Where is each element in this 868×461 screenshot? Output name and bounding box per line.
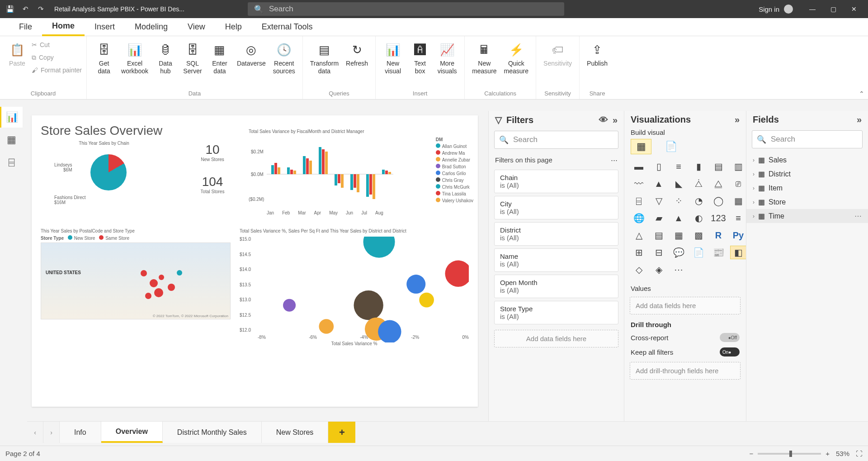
viz-line-clustered[interactable]: ⧋ [710,177,726,190]
refresh-button[interactable]: ↻Refresh [343,40,371,69]
transform-data-button[interactable]: ▤Transform data [307,40,341,77]
tab-insert[interactable]: Insert [85,18,125,36]
viz-pie[interactable]: ◔ [690,194,707,208]
paste-button[interactable]: 📋 Paste [5,40,30,69]
sql-server-button[interactable]: 🗄SQL Server [180,40,205,77]
viz-qa[interactable]: 💬 [670,246,687,259]
more-visuals-button[interactable]: 📈More visuals [434,40,460,77]
prev-page-button[interactable]: ‹ [27,422,43,443]
viz-r[interactable]: R [710,228,726,242]
page-tab-new-stores[interactable]: New Stores [262,422,329,443]
model-view-button[interactable]: ⌸ [0,152,23,173]
sensitivity-button[interactable]: 🏷Sensitivity [541,40,575,69]
viz-ribbon[interactable]: ⎚ [730,177,746,190]
cross-report-toggle[interactable]: ● Off [720,333,740,342]
page-tab-district[interactable]: District Monthly Sales [163,422,262,443]
bar-chart-visual[interactable]: Total Sales Variance by FiscalMonth and … [249,129,469,219]
fit-to-page-button[interactable]: ⛶ [856,450,863,457]
add-page-button[interactable]: + [328,422,355,443]
filters-search[interactable]: 🔍 Search [494,131,618,149]
tab-external-tools[interactable]: External Tools [252,18,323,36]
map-visual[interactable]: This Year Sales by PostalCode and Store … [41,228,231,333]
viz-clustered-column[interactable]: ▮ [690,160,707,173]
viz-power-apps[interactable]: ◧ [730,246,746,259]
zoom-out-button[interactable]: − [749,450,753,457]
recent-sources-button[interactable]: 🕓Recent sources [270,40,298,77]
filters-section-menu-icon[interactable]: ⋯ [611,156,618,164]
tab-home[interactable]: Home [42,18,85,36]
viz-decomposition[interactable]: ⊟ [651,246,667,259]
field-table-store[interactable]: ›▦Store [746,195,868,209]
viz-area[interactable]: ▲ [651,177,667,190]
viz-matrix[interactable]: ▩ [690,228,707,242]
zoom-in-button[interactable]: + [826,450,830,457]
collapse-viz-icon[interactable]: » [735,114,740,125]
viz-funnel[interactable]: ▽ [651,194,667,208]
format-painter-button[interactable]: 🖌Format painter [32,65,82,75]
tab-help[interactable]: Help [215,18,252,36]
viz-card[interactable]: 123 [710,211,726,225]
viz-custom2[interactable]: ◈ [651,263,667,276]
get-data-button[interactable]: 🗄Get data [91,40,117,77]
text-box-button[interactable]: 🅰Text box [407,40,433,77]
viz-line[interactable]: 〰 [631,177,647,190]
more-icon[interactable]: ⋯ [854,212,862,220]
new-visual-button[interactable]: 📊New visual [380,40,406,77]
viz-filled-map[interactable]: ▰ [651,211,667,225]
viz-more[interactable]: ⋯ [670,263,687,276]
viz-custom1[interactable]: ◇ [631,263,647,276]
filter-card-open-month[interactable]: Open Monthis (All) [494,275,618,298]
save-icon[interactable]: 💾 [4,3,16,15]
page-tab-info[interactable]: Info [60,422,101,443]
viz-stacked-area[interactable]: ◣ [670,177,687,190]
viz-kpi[interactable]: △ [631,228,647,242]
dataverse-button[interactable]: ◎Dataverse [234,40,269,69]
viz-line-stacked[interactable]: ⧊ [690,177,707,190]
viz-donut[interactable]: ◯ [710,194,726,208]
copy-button[interactable]: ⧉Copy [32,52,82,62]
publish-button[interactable]: ⇪Publish [584,40,610,69]
filter-card-name[interactable]: Nameis (All) [494,248,618,272]
keep-filters-toggle[interactable]: On ● [720,347,740,356]
title-search-box[interactable]: 🔍 Search [248,2,564,16]
excel-button[interactable]: 📊Excel workbook [118,40,151,77]
viz-narrative[interactable]: 📄 [690,246,707,259]
data-view-button[interactable]: ▦ [0,129,23,150]
pie-chart[interactable] [90,154,127,190]
viz-clustered-bar[interactable]: ≡ [670,160,687,173]
minimize-button[interactable]: — [802,0,823,18]
viz-waterfall[interactable]: ⌸ [631,194,647,208]
tab-file[interactable]: File [9,18,42,36]
viz-slicer[interactable]: ▤ [651,228,667,242]
redo-icon[interactable]: ↷ [34,3,47,15]
viz-scatter[interactable]: ⁘ [670,194,687,208]
filters-drop-zone[interactable]: Add data fields here [494,330,618,347]
new-measure-button[interactable]: 🖩New measure [469,40,499,77]
collapse-ribbon-icon[interactable]: ⌃ [859,90,864,97]
filter-card-city[interactable]: Cityis (All) [494,196,618,219]
enter-data-button[interactable]: ▦Enter data [207,40,232,77]
scatter-visual[interactable]: Total Sales Variance %, Sales Per Sq Ft … [240,228,469,346]
next-page-button[interactable]: › [43,422,60,443]
filter-card-district[interactable]: Districtis (All) [494,222,618,246]
viz-100-bar[interactable]: ▤ [710,160,726,173]
values-drop-zone[interactable]: Add data fields here [630,297,741,314]
undo-icon[interactable]: ↶ [19,3,32,15]
zoom-slider[interactable] [758,453,821,455]
viz-azure-map[interactable]: ▲ [670,211,687,225]
data-hub-button[interactable]: 🛢Data hub [153,40,178,77]
tab-modeling[interactable]: Modeling [125,18,178,36]
filter-card-chain[interactable]: Chainis (All) [494,170,618,193]
viz-100-column[interactable]: ▥ [730,160,746,173]
viz-key-influencers[interactable]: ⊞ [631,246,647,259]
viz-gauge[interactable]: ◐ [690,211,707,225]
filter-card-store-type[interactable]: Store Typeis (All) [494,301,618,324]
drill-through-drop-zone[interactable]: Add drill-through fields here [630,362,741,380]
collapse-fields-icon[interactable]: » [857,114,862,125]
field-table-time[interactable]: ›▦Time⋯ [746,209,868,223]
quick-measure-button[interactable]: ⚡Quick measure [501,40,531,77]
collapse-filters-icon[interactable]: » [613,115,618,125]
viz-multirow-card[interactable]: ≡ [730,211,746,225]
field-table-sales[interactable]: ›▦Sales [746,153,868,167]
viz-stacked-bar[interactable]: ▬ [631,160,647,173]
